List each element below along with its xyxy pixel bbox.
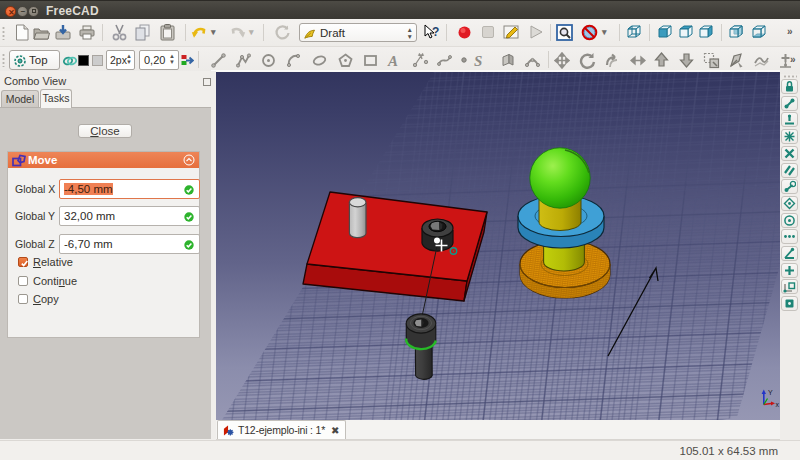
svg-text:Y: Y: [768, 389, 773, 396]
svg-text:?: ?: [432, 25, 439, 39]
svg-text:x: x: [776, 401, 780, 408]
